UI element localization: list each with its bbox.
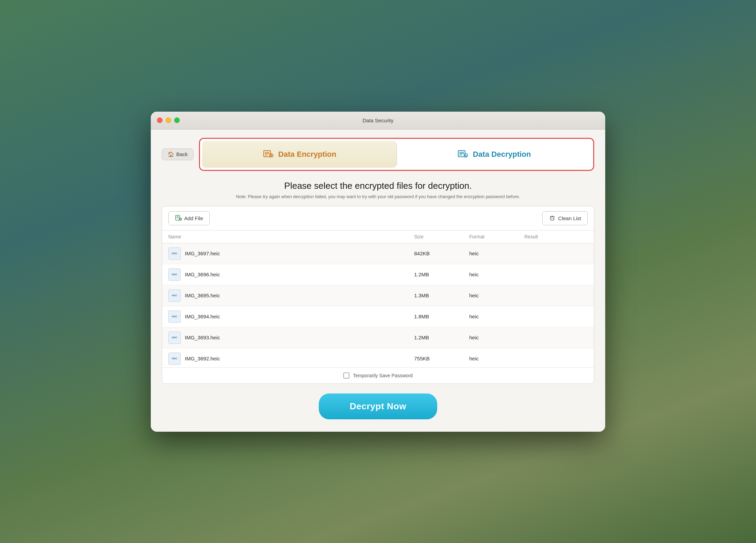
col-result: Result	[524, 234, 579, 239]
table-header: Name Size Format Result	[162, 230, 594, 243]
file-icon: HEIC	[168, 331, 181, 344]
file-name: IMG_3694.heic	[185, 314, 220, 319]
file-name: IMG_3696.heic	[185, 272, 220, 277]
svg-rect-2	[265, 153, 270, 154]
table-row[interactable]: HEIC IMG_3693.heic 1.2MB heic	[162, 327, 594, 348]
svg-line-5	[271, 155, 273, 157]
header-row: 🏠 Back	[162, 138, 594, 171]
file-name: IMG_3693.heic	[185, 335, 220, 340]
col-name: Name	[168, 234, 414, 239]
file-format: heic	[469, 314, 524, 319]
main-title: Please select the encrypted files for de…	[162, 181, 594, 191]
clean-list-button[interactable]: Clean List	[542, 211, 588, 225]
col-format: Format	[469, 234, 524, 239]
content-area: 🏠 Back	[151, 130, 605, 432]
file-size: 755KB	[414, 356, 469, 361]
file-format: heic	[469, 272, 524, 277]
file-name: IMG_3695.heic	[185, 293, 220, 298]
file-format: heic	[469, 250, 524, 256]
file-size: 1.2MB	[414, 272, 469, 277]
traffic-lights	[157, 117, 180, 123]
svg-line-12	[466, 155, 467, 157]
close-button[interactable]	[157, 117, 162, 123]
maximize-button[interactable]	[174, 117, 180, 123]
minimize-button[interactable]	[166, 117, 171, 123]
main-note: Note: Please try again when decryption f…	[162, 194, 594, 199]
password-row: Temporarily Save Password	[162, 367, 594, 383]
file-name: IMG_3692.heic	[185, 356, 220, 361]
tab-encryption[interactable]: Data Encryption	[202, 141, 396, 168]
back-label: Back	[176, 151, 188, 157]
file-size: 1.2MB	[414, 335, 469, 340]
file-format: heic	[469, 335, 524, 340]
file-icon: HEIC	[168, 310, 181, 323]
file-panel: Add File Clean List	[162, 206, 594, 384]
tab-decryption[interactable]: Data Decryption	[397, 141, 591, 168]
add-file-label: Add File	[184, 215, 203, 221]
back-button[interactable]: 🏠 Back	[162, 148, 193, 160]
file-name-cell: HEIC IMG_3693.heic	[168, 331, 414, 344]
main-header: Please select the encrypted files for de…	[162, 177, 594, 200]
file-name-cell: HEIC IMG_3695.heic	[168, 289, 414, 302]
file-name: IMG_3697.heic	[185, 250, 220, 256]
file-format: heic	[469, 356, 524, 361]
table-row[interactable]: HEIC IMG_3697.heic 842KB heic	[162, 243, 594, 264]
encryption-tab-label: Data Encryption	[278, 150, 336, 159]
svg-rect-3	[265, 155, 267, 155]
window-title: Data Security	[363, 117, 393, 123]
decryption-tab-icon	[457, 148, 469, 161]
file-name-cell: HEIC IMG_3694.heic	[168, 310, 414, 323]
file-name-cell: HEIC IMG_3696.heic	[168, 268, 414, 281]
svg-rect-1	[265, 152, 270, 153]
home-icon: 🏠	[168, 151, 174, 157]
file-icon: HEIC	[168, 268, 181, 281]
file-size: 1.8MB	[414, 314, 469, 319]
app-window: Data Security 🏠 Back	[151, 112, 605, 432]
table-row[interactable]: HEIC IMG_3695.heic 1.3MB heic	[162, 285, 594, 306]
save-password-label: Temporarily Save Password	[353, 373, 413, 378]
file-icon: HEIC	[168, 289, 181, 302]
titlebar: Data Security	[151, 112, 605, 130]
col-size: Size	[414, 234, 469, 239]
svg-rect-9	[459, 153, 464, 154]
decrypt-now-button[interactable]: Decrypt Now	[319, 393, 437, 419]
file-name-cell: HEIC IMG_3692.heic	[168, 352, 414, 365]
svg-rect-19	[550, 217, 554, 220]
toolbar-row: Add File Clean List	[162, 206, 594, 230]
add-file-icon	[175, 214, 182, 222]
table-row[interactable]: HEIC IMG_3692.heic 755KB heic	[162, 348, 594, 367]
svg-rect-8	[459, 152, 464, 153]
decryption-tab-label: Data Decryption	[473, 150, 531, 159]
table-row[interactable]: HEIC IMG_3694.heic 1.8MB heic	[162, 306, 594, 327]
table-row[interactable]: HEIC IMG_3696.heic 1.2MB heic	[162, 264, 594, 285]
add-file-button[interactable]: Add File	[168, 211, 210, 225]
clean-list-label: Clean List	[558, 215, 581, 221]
encryption-tab-icon	[262, 148, 274, 161]
file-name-cell: HEIC IMG_3697.heic	[168, 247, 414, 260]
file-icon: HEIC	[168, 352, 181, 365]
file-icon: HEIC	[168, 247, 181, 260]
tab-bar: Data Encryption	[199, 138, 594, 171]
file-size: 842KB	[414, 250, 469, 256]
file-format: heic	[469, 293, 524, 298]
file-size: 1.3MB	[414, 293, 469, 298]
table-body: HEIC IMG_3697.heic 842KB heic HEIC IMG_3…	[162, 243, 594, 367]
clean-list-icon	[549, 214, 556, 222]
save-password-checkbox[interactable]	[343, 372, 349, 379]
svg-rect-10	[459, 155, 462, 155]
